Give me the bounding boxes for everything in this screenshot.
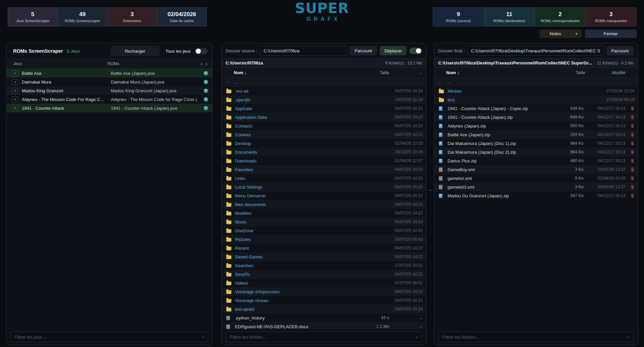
- file-row[interactable]: Madou Ou Granzort (Japan).zip 347 Ko 04/…: [434, 191, 638, 200]
- reload-button[interactable]: Recharger: [111, 46, 159, 56]
- file-row[interactable]: Cookies 04/07/25 14:22: [222, 130, 426, 139]
- open-arrow-icon[interactable]: →: [389, 315, 423, 320]
- source-path-input[interactable]: [260, 46, 347, 56]
- source-filter-input[interactable]: [229, 334, 413, 340]
- file-row[interactable]: Documents 29/10/25 10:26: [222, 148, 426, 156]
- game-row[interactable]: + Battle Ace Battle Ace (Japan).pce: [6, 69, 212, 78]
- file-row[interactable]: Application Data 04/07/25 14:22: [222, 113, 426, 121]
- expand-button[interactable]: +: [12, 97, 18, 102]
- game-row[interactable]: + Daimakai Mura Daimakai Mura (Japan).pc…: [6, 78, 212, 86]
- file-row[interactable]: AppData 04/07/25 14:22: [222, 104, 426, 113]
- file-row[interactable]: Local Settings 04/07/25 14:22: [222, 183, 426, 191]
- sort-desc-icon[interactable]: ∨: [200, 62, 203, 66]
- trash-icon[interactable]: [626, 176, 634, 180]
- file-row[interactable]: Downloads 01/04/26 12:57: [222, 156, 426, 165]
- column-header-size[interactable]: Taille: [349, 70, 389, 75]
- globe-icon[interactable]: [204, 106, 208, 110]
- column-header-action-icon[interactable]: →: [389, 70, 423, 75]
- dest-path-input[interactable]: [467, 46, 604, 56]
- file-row[interactable]: 1941 - Counter Attack (Japan) - Copie.zi…: [434, 104, 638, 113]
- file-row[interactable]: gamelist3.xml 3 Ko 20/03/26 12:37: [434, 183, 638, 191]
- file-row[interactable]: Voisinage d'impression 04/07/25 14:22: [222, 287, 426, 296]
- file-row[interactable]: Links 04/07/25 14:23: [222, 174, 426, 183]
- file-row[interactable]: .ms-ad 04/07/25 14:24: [222, 87, 426, 95]
- column-header-size[interactable]: Taille: [548, 70, 585, 75]
- globe-icon[interactable]: [204, 89, 208, 93]
- file-row[interactable]: Contacts 04/07/25 14:23: [222, 121, 426, 130]
- trash-icon[interactable]: [626, 150, 634, 154]
- file-row[interactable]: Music 04/07/25 14:23: [222, 217, 426, 226]
- game-row[interactable]: + 1941 - Counter Attack 1941 - Counter A…: [6, 104, 212, 112]
- file-row[interactable]: Pictures 16/07/25 08:43: [222, 235, 426, 244]
- file-row[interactable]: Médias 27/02/26 12:24: [434, 87, 638, 95]
- file-row[interactable]: test 27/03/26 09:19: [434, 95, 638, 104]
- dest-browse-button[interactable]: Parcourir: [606, 46, 634, 55]
- file-row[interactable]: Menu Démarrer 04/07/25 14:22: [222, 191, 426, 200]
- trash-icon[interactable]: [626, 159, 634, 163]
- trash-icon[interactable]: [626, 185, 634, 189]
- file-row[interactable]: Favorites 04/07/25 14:23: [222, 165, 426, 174]
- game-row[interactable]: + Madou King Granzort Madou King Granzor…: [6, 86, 212, 95]
- file-row[interactable]: ↑ ...: [222, 78, 426, 87]
- file-row[interactable]: Videos 07/07/25 08:51: [222, 279, 426, 287]
- expand-button[interactable]: +: [12, 70, 18, 76]
- file-row[interactable]: wsl-vpnkit 04/07/25 15:24: [222, 305, 426, 313]
- file-row[interactable]: OneDrive 08/07/25 14:41: [222, 226, 426, 235]
- file-row[interactable]: Modèles 04/07/25 14:22: [222, 209, 426, 217]
- file-row[interactable]: ↑ ...: [434, 78, 638, 87]
- file-row[interactable]: Voisinage réseau 04/07/25 14:22: [222, 296, 426, 305]
- file-row[interactable]: Dai Makaimura (Japan) (Disc 2).zip 664 K…: [434, 148, 638, 156]
- file-row[interactable]: gamelist.xml 9 Ko 02/04/26 10:20: [434, 174, 638, 183]
- file-row[interactable]: .python_history 43 o →: [222, 313, 426, 322]
- open-arrow-icon[interactable]: →: [389, 324, 423, 329]
- globe-icon[interactable]: [204, 71, 208, 76]
- add-note-button[interactable]: +: [571, 31, 582, 36]
- column-header-roms[interactable]: ROMs: [107, 61, 200, 66]
- column-header-name[interactable]: Nom ↓: [226, 70, 349, 75]
- close-button[interactable]: Fermer: [585, 30, 637, 38]
- globe-icon[interactable]: [204, 97, 208, 102]
- globe-icon[interactable]: [204, 80, 208, 84]
- file-row[interactable]: Dai Makaimura (Japan) (Disc 1).zip 664 K…: [434, 139, 638, 148]
- expand-button[interactable]: +: [12, 79, 18, 85]
- game-row[interactable]: + Aldynes - The Mission Code For Rage C……: [6, 95, 212, 104]
- file-row[interactable]: Desktop 02/04/26 10:15: [222, 139, 426, 148]
- file-row[interactable]: Recent 04/07/25 14:22: [222, 244, 426, 252]
- source-browse-button[interactable]: Parcourir: [350, 46, 377, 55]
- move-toggle[interactable]: [409, 48, 422, 54]
- file-row[interactable]: Darius Plus.zip 480 Ko 04/12/17 16:13: [434, 156, 638, 165]
- sort-direction-icon: ↓: [245, 70, 247, 75]
- move-button[interactable]: Déplacer: [380, 46, 407, 55]
- games-filter-input[interactable]: [14, 334, 199, 340]
- file-row[interactable]: EDRguard-NE-PAS-DEPLACER.docx 1.1 Mo →: [222, 322, 426, 329]
- notes-button[interactable]: Notes: [540, 31, 571, 36]
- clear-filter-icon[interactable]: ×: [201, 334, 204, 340]
- trash-icon[interactable]: [626, 167, 634, 171]
- trash-icon[interactable]: [626, 194, 634, 198]
- trash-icon[interactable]: [626, 133, 634, 137]
- clear-filter-icon[interactable]: ×: [415, 334, 418, 340]
- file-row[interactable]: 1941 - Counter Attack (Japan).zip 649 Ko…: [434, 113, 638, 121]
- file-row[interactable]: Searches 17/07/25 10:51: [222, 261, 426, 270]
- file-row[interactable]: Mes documents 04/07/25 14:22: [222, 200, 426, 209]
- folder-icon: [226, 273, 231, 277]
- trash-icon[interactable]: [626, 124, 634, 128]
- clear-filter-icon[interactable]: ×: [627, 334, 630, 340]
- file-row[interactable]: .openjfx 15/07/25 11:19: [222, 95, 426, 104]
- trash-icon[interactable]: [626, 106, 634, 110]
- column-header-modified[interactable]: Modifié: [585, 70, 626, 75]
- file-row[interactable]: Saved Games 04/07/25 14:22: [222, 252, 426, 261]
- trash-icon[interactable]: [626, 141, 634, 145]
- sort-asc-icon[interactable]: ∧: [205, 62, 208, 66]
- file-row[interactable]: Battle Ace (Japan).zip 293 Ko 04/12/17 1…: [434, 130, 638, 139]
- file-row[interactable]: GameBoy.xml 3 Ko 20/03/26 12:37: [434, 165, 638, 174]
- trash-icon[interactable]: [626, 115, 634, 119]
- file-row[interactable]: SendTo 04/07/25 14:22: [222, 270, 426, 279]
- column-header-name[interactable]: Nom ↓: [439, 70, 548, 75]
- expand-button[interactable]: +: [12, 88, 18, 94]
- file-row[interactable]: Aldynes (Japan).zip 500 Ko 04/12/17 16:1…: [434, 121, 638, 130]
- all-games-toggle[interactable]: [195, 48, 208, 54]
- expand-button[interactable]: +: [12, 105, 18, 111]
- column-header-games[interactable]: Jeux: [13, 61, 107, 66]
- dest-filter-input[interactable]: [442, 334, 624, 340]
